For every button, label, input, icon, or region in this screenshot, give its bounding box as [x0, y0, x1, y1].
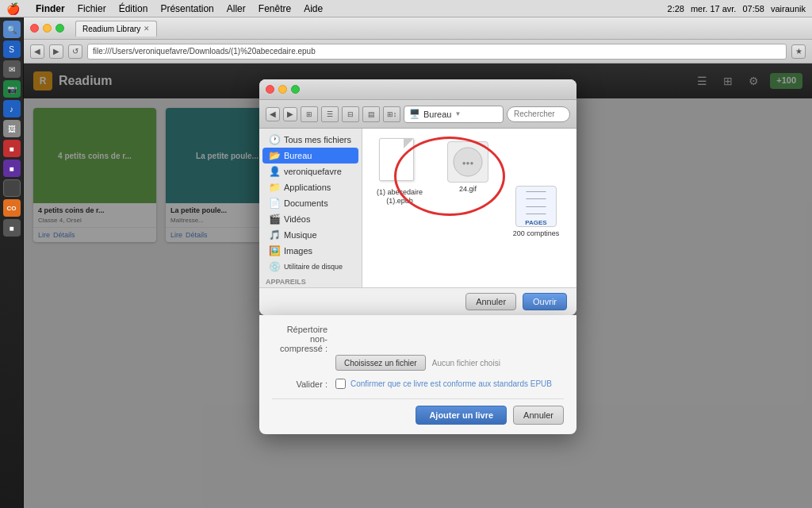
appareils-section: APPAREILS [259, 275, 362, 287]
file-chooser: Choisissez un fichier Aucun fichier choi… [335, 355, 500, 371]
sidebar-item-applications[interactable]: 📁 Applications [262, 179, 358, 195]
choose-file-button[interactable]: Choisissez un fichier [335, 355, 426, 371]
menu-presentation[interactable]: Présentation [160, 3, 213, 14]
add-dialog-footer: Ajouter un livre Annuler [272, 398, 564, 425]
repertoire-label: Répertoire non-compressé : [272, 325, 335, 353]
dock-facetime[interactable]: 📷 [3, 80, 21, 98]
cancel-file-button[interactable]: Annuler [465, 293, 516, 310]
sidebar-item-utilitaire[interactable]: 💿 Utilitaire de disque [262, 259, 358, 275]
menu-fichier[interactable]: Fichier [78, 3, 106, 14]
back-button[interactable]: ◀ [30, 44, 44, 59]
epub-label: Confirmer que ce livre est conforme aux … [350, 379, 552, 388]
file-item-pages1[interactable]: ──────────────────── PAGES 200 comptines [505, 183, 567, 241]
col-view-btn[interactable]: ⊟ [342, 106, 359, 122]
menubar-right: 2:28 mer. 17 avr. 07:58 vairaunik [668, 4, 806, 13]
sidebar-item-documents[interactable]: 📄 Documents [262, 195, 358, 211]
image-icon: 🖼️ [269, 245, 280, 256]
cancel-add-button[interactable]: Annuler [513, 406, 564, 425]
refresh-button[interactable]: ↺ [68, 44, 82, 59]
browser-toolbar: ◀ ▶ ↺ file:///Users/veroniquefavre/Downl… [24, 40, 812, 64]
dialog-back[interactable]: ◀ [266, 107, 280, 121]
dialog-min[interactable] [278, 85, 287, 94]
sidebar-item-videos[interactable]: 🎬 Vidéos [262, 211, 358, 227]
address-bar[interactable]: file:///Users/veroniquefavre/Downloads/(… [87, 44, 787, 60]
menu-fenetre[interactable]: Fenêtre [259, 3, 291, 14]
arrange-btn[interactable]: ⊞↕ [383, 106, 400, 122]
dialog-close[interactable] [266, 85, 274, 94]
location-text: Bureau [423, 110, 451, 119]
epub-checkbox-row: Confirmer que ce livre est conforme aux … [335, 379, 552, 389]
browser-titlebar: Readium Library ✕ [24, 17, 812, 40]
dock-app3[interactable]: ■ [3, 219, 21, 237]
file-item-epub[interactable]: (1) abecedaire (1).epub [369, 135, 431, 241]
sidebar-item-images[interactable]: 🖼️ Images [262, 243, 358, 259]
apple-menu[interactable]: 🍎 [6, 2, 20, 15]
url-text: file:///Users/veroniquefavre/Downloads/(… [93, 47, 316, 56]
open-file-button[interactable]: Ouvrir [523, 293, 567, 310]
add-book-button[interactable]: Ajouter un livre [416, 406, 507, 425]
dock-itunes[interactable]: ♪ [3, 100, 21, 117]
tab-readium[interactable]: Readium Library ✕ [75, 21, 157, 37]
dialog-traffic-lights [266, 85, 300, 94]
sidebar-item-bureau[interactable]: 📂 Bureau [262, 148, 358, 164]
menu-aide[interactable]: Aide [304, 3, 323, 14]
file-dialog-footer: Annuler Ouvrir [259, 287, 576, 315]
sidebar-label: Bureau [284, 151, 312, 160]
file-dialog-toolbar: ◀ ▶ ⊞ ☰ ⊟ ▤ ⊞↕ 🖥️ Bureau ▼ [259, 100, 576, 129]
dock-divider [3, 179, 21, 197]
epub-checkbox[interactable] [335, 379, 346, 389]
folder-icon: 📂 [269, 150, 280, 161]
bookmark-button[interactable]: ★ [791, 44, 806, 59]
dock-finder[interactable]: 🔍 [3, 21, 21, 38]
dock-safari[interactable]: S [3, 40, 21, 58]
file-name: 200 comptines [513, 229, 560, 238]
tab-close-icon[interactable]: ✕ [144, 25, 150, 33]
close-button[interactable] [30, 24, 39, 33]
sidebar-label: Vidéos [284, 214, 310, 224]
dock-app2[interactable]: ■ [3, 160, 21, 177]
menu-hour: 07:58 [742, 4, 764, 13]
menubar: 🍎 Finder Fichier Édition Présentation Al… [0, 0, 812, 17]
disk-icon: 💿 [269, 261, 280, 272]
dock-mail[interactable]: ✉ [3, 60, 21, 78]
minimize-button[interactable] [43, 24, 52, 33]
readium-content: R Readium ☰ ⊞ ⚙ +100 4 petits coins de r… [24, 64, 812, 508]
doc-icon: 📄 [269, 198, 280, 209]
menu-aller[interactable]: Aller [227, 3, 246, 14]
dialog-max[interactable] [291, 85, 300, 94]
icon-view-btn[interactable]: ⊞ [301, 106, 318, 122]
dock: 🔍 S ✉ 📷 ♪ 🖼 ■ ■ CO ■ [0, 17, 24, 508]
sidebar-item-musique[interactable]: 🎵 Musique [262, 227, 358, 243]
dock-app1[interactable]: ■ [3, 140, 21, 157]
dialog-forward[interactable]: ▶ [283, 107, 297, 121]
sidebar-label: Images [284, 246, 312, 256]
maximize-button[interactable] [56, 24, 64, 33]
forward-button[interactable]: ▶ [49, 44, 63, 59]
file-name: 24.gif [459, 185, 477, 194]
menu-edition[interactable]: Édition [119, 3, 148, 14]
svg-text:●●●: ●●● [462, 160, 474, 167]
sidebar-item-tous[interactable]: 🕐 Tous mes fichiers [262, 132, 358, 148]
browser-window: Readium Library ✕ ◀ ▶ ↺ file:///Users/ve… [24, 17, 812, 508]
user-icon: 👤 [269, 166, 280, 177]
valider-row: Valider : Confirmer que ce livre est con… [272, 379, 564, 389]
menu-user: vairaunik [771, 4, 806, 13]
dock-readium[interactable]: CO [3, 199, 21, 217]
sidebar-item-user[interactable]: 👤 veroniquefavre [262, 164, 358, 179]
file-chooser-row: Choisissez un fichier Aucun fichier choi… [335, 355, 564, 371]
dock-photos[interactable]: 🖼 [3, 120, 21, 137]
traffic-lights [30, 24, 64, 33]
location-arrow: ▼ [454, 110, 461, 117]
cover-view-btn[interactable]: ▤ [362, 106, 380, 122]
location-icon: 🖥️ [409, 109, 420, 119]
file-item-gif[interactable]: ●●● 24.gif [437, 138, 499, 241]
search-input[interactable] [507, 106, 570, 122]
valider-label: Valider : [272, 379, 335, 389]
main-area: 🔍 S ✉ 📷 ♪ 🖼 ■ ■ CO ■ Readium Library ✕ [0, 17, 812, 508]
dialog-overlay: ◀ ▶ ⊞ ☰ ⊟ ▤ ⊞↕ 🖥️ Bureau ▼ [24, 64, 812, 508]
menu-time: 2:28 [668, 4, 684, 13]
list-view-btn[interactable]: ☰ [321, 106, 339, 122]
menu-finder[interactable]: Finder [36, 3, 65, 14]
clock-icon: 🕐 [269, 134, 280, 145]
location-bar[interactable]: 🖥️ Bureau ▼ [404, 106, 504, 123]
